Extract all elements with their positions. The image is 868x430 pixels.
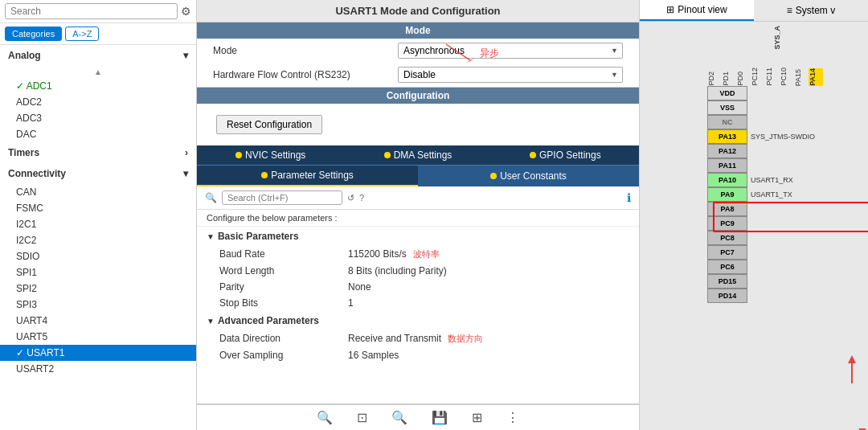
zoom-out-icon[interactable]: 🔍 (391, 410, 407, 425)
sidebar-item-uart5[interactable]: UART5 (0, 329, 196, 345)
save-icon[interactable]: 💾 (432, 410, 448, 425)
configure-text: Configure the below parameters : (197, 210, 639, 227)
tab-user-constants[interactable]: User Constants (418, 166, 639, 186)
sidebar-item-dac[interactable]: DAC (0, 126, 196, 142)
param-over-sampling: Over Sampling 16 Samples (207, 347, 629, 363)
reset-hint-icon[interactable]: ↺ (347, 193, 354, 203)
sidebar-item-adc1[interactable]: ADC1 (0, 78, 196, 94)
tab-dma-settings[interactable]: DMA Settings (344, 145, 491, 165)
right-panel: ⊞ Pinout view ≡ System v PD2 PD1 PD0 PC1… (639, 0, 868, 430)
hw-flow-select[interactable]: Disable (398, 67, 623, 83)
col-pc11: PC11 (765, 68, 780, 86)
sidebar-section-analog-header[interactable]: Analog ▾ (0, 45, 196, 66)
sidebar-item-spi2[interactable]: SPI2 (0, 281, 196, 297)
param-word-length: Word Length 8 Bits (including Parity) (207, 263, 629, 279)
pin-row-pc9: PC9 (707, 216, 868, 231)
data-direction-value: Receive and Transmit (348, 333, 441, 345)
basic-params-header[interactable]: ▼ Basic Parameters (207, 227, 629, 246)
mode-select[interactable]: Asynchronous Synchronous Disable (398, 43, 623, 59)
sidebar-section-connectivity-header[interactable]: Connectivity ▾ (0, 163, 196, 184)
tab-nvic-settings[interactable]: NVIC Settings (197, 145, 344, 165)
sidebar-item-i2c1[interactable]: I2C1 (0, 216, 196, 232)
sidebar-tab-categories[interactable]: Categories (5, 27, 62, 41)
advanced-params-header[interactable]: ▼ Advanced Parameters (207, 311, 629, 330)
sidebar-item-spi1[interactable]: SPI1 (0, 264, 196, 281)
sidebar-item-adc2[interactable]: ADC2 (0, 94, 196, 110)
hw-flow-label: Hardware Flow Control (RS232) (213, 69, 390, 80)
config-section-title: Configuration (197, 88, 639, 104)
pin-box-pd14: PD14 (707, 289, 747, 303)
param-stop-bits: Stop Bits 1 (207, 295, 629, 311)
advanced-chevron-icon: ▼ (207, 317, 215, 326)
col-pd1: PD1 (722, 72, 736, 86)
pin-box-pc8: PC8 (707, 231, 747, 245)
word-length-value: 8 Bits (including Parity) (348, 265, 447, 276)
data-direction-annotation: 数据方向 (448, 333, 483, 345)
pin-row-pc7: PC7 (707, 245, 868, 260)
more-icon[interactable]: ⋮ (506, 410, 519, 425)
sidebar-content: Analog ▾ ▲ ADC1 ADC2 ADC3 DAC Timers › C… (0, 45, 196, 430)
baud-rate-annotation: 波特率 (413, 248, 440, 260)
tab-parameter-settings[interactable]: Parameter Settings (197, 166, 418, 186)
sidebar-item-usart1[interactable]: USART1 (0, 345, 196, 361)
svg-marker-3 (848, 355, 856, 363)
fit-icon[interactable]: ⊡ (357, 410, 367, 425)
dma-label: DMA Settings (394, 149, 452, 161)
chevron-down-icon: ▾ (183, 50, 188, 61)
over-sampling-label: Over Sampling (219, 350, 348, 361)
pinout-tab-label: Pinout view (678, 4, 727, 15)
config-tabs-row2: Parameter Settings User Constants (197, 165, 639, 186)
tab-pinout-view[interactable]: ⊞ Pinout view (640, 0, 754, 21)
col-pa15: PA15 (794, 69, 809, 86)
chevron-down-icon-2: ▾ (183, 168, 188, 179)
sidebar-section-timers-label: Timers (8, 147, 39, 158)
sidebar-item-usart2[interactable]: USART2 (0, 361, 196, 377)
scroll-up-icon[interactable]: ▲ (0, 66, 196, 78)
sidebar: ⚙ Categories A->Z Analog ▾ ▲ ADC1 ADC2 A… (0, 0, 197, 430)
pin-box-pa10: PA10 (707, 173, 747, 187)
tab-gpio-settings[interactable]: GPIO Settings (492, 145, 639, 165)
config-section: Configuration Reset Configuration NVIC S… (197, 88, 639, 404)
hw-flow-control-row: Hardware Flow Control (RS232) Disable (197, 63, 639, 87)
param-data-direction: Data Direction Receive and Transmit 数据方向 (207, 330, 629, 347)
info-icon[interactable]: ℹ (627, 191, 631, 204)
sidebar-item-spi3[interactable]: SPI3 (0, 297, 196, 313)
param-search-input[interactable] (222, 190, 342, 205)
sidebar-tab-atoz[interactable]: A->Z (65, 27, 99, 41)
sidebar-item-can[interactable]: CAN (0, 184, 196, 200)
pinout-icon: ⊞ (666, 4, 674, 15)
sidebar-item-fsmc[interactable]: FSMC (0, 200, 196, 216)
basic-chevron-icon: ▼ (207, 232, 215, 241)
parity-label: Parity (219, 281, 348, 293)
sidebar-section-analog-label: Analog (8, 50, 41, 61)
pin-row-vss: VSS (707, 100, 868, 115)
layout-icon[interactable]: ⊞ (472, 410, 482, 425)
sys-label: SYS_A (773, 26, 781, 50)
pin-row-nc: NC (707, 115, 868, 129)
sidebar-item-sdio[interactable]: SDIO (0, 248, 196, 264)
parity-value: None (348, 281, 371, 293)
center-panel: USART1 Mode and Configuration Mode Mode … (197, 0, 639, 430)
sidebar-section-timers-header[interactable]: Timers › (0, 142, 196, 163)
sidebar-item-i2c2[interactable]: I2C2 (0, 232, 196, 248)
sidebar-search-input[interactable] (5, 3, 178, 19)
gpio-label: GPIO Settings (539, 149, 601, 161)
config-tabs-row1: NVIC Settings DMA Settings GPIO Settings (197, 145, 639, 165)
zoom-in-icon[interactable]: 🔍 (317, 410, 333, 425)
sidebar-item-adc3[interactable]: ADC3 (0, 110, 196, 126)
advanced-params-group: ▼ Advanced Parameters Data Direction Rec… (197, 311, 639, 363)
tab-system-view[interactable]: ≡ System v (754, 0, 868, 21)
sidebar-item-uart4[interactable]: UART4 (0, 313, 196, 329)
sidebar-search-bar: ⚙ (0, 0, 196, 23)
pin-box-pa9: PA9 (707, 187, 747, 202)
pin-box-vdd: VDD (707, 86, 747, 100)
gear-icon[interactable]: ⚙ (181, 5, 191, 18)
stop-bits-label: Stop Bits (219, 297, 348, 309)
reset-config-button[interactable]: Reset Configuration (216, 115, 322, 134)
system-icon: ≡ (787, 5, 792, 16)
pin-label-pa9: USART1_TX (751, 190, 792, 199)
sidebar-section-connectivity: Connectivity ▾ CAN FSMC I2C1 I2C2 SDIO S… (0, 163, 196, 377)
pin-box-pc9: PC9 (707, 216, 747, 231)
mode-section-title: Mode (197, 23, 639, 39)
filter-hint-icon[interactable]: ? (359, 193, 364, 203)
